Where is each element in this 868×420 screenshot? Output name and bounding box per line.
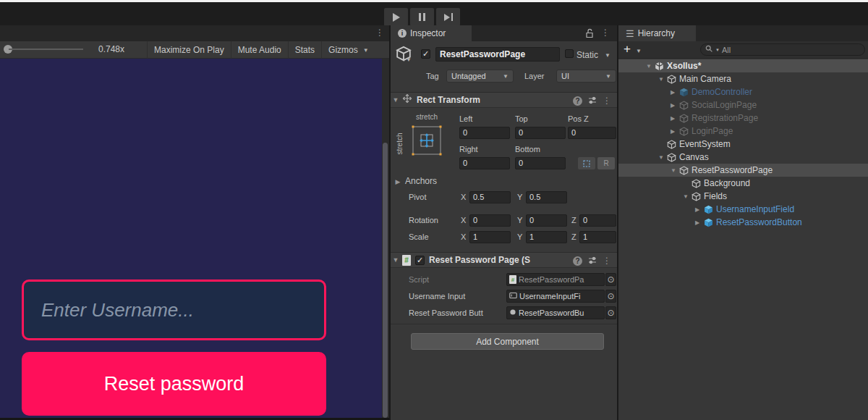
top-field[interactable]: 0: [515, 127, 566, 139]
hierarchy-row-xsollus-[interactable]: ▼ Xsollus*: [618, 59, 868, 72]
game-scrollbar-thumb[interactable]: [383, 143, 388, 418]
foldout-arrow-icon[interactable]: ▶: [695, 219, 704, 226]
foldout-arrow-icon[interactable]: ▼: [658, 154, 667, 161]
foldout-open-icon[interactable]: ▼: [391, 256, 401, 264]
game-viewport: Enter Username... Reset password: [0, 59, 382, 418]
inspector-menu-icon[interactable]: ⋮: [601, 28, 610, 38]
raw-edit-mode-button[interactable]: R: [597, 157, 615, 169]
mute-audio-button[interactable]: Mute Audio: [231, 41, 288, 59]
object-picker-icon[interactable]: ⊙: [605, 306, 616, 319]
script-component-header[interactable]: ▼ # ✓ Reset Password Page (S ? ⋮: [391, 252, 617, 268]
scale-slider-track[interactable]: [9, 49, 83, 50]
rect-transform-header[interactable]: ▼ Rect Transform ? ⋮: [391, 92, 617, 108]
button-icon: [509, 308, 516, 317]
hierarchy-row-fields[interactable]: ▼ Fields: [618, 190, 868, 203]
static-checkbox[interactable]: [565, 49, 574, 58]
scale-y-field[interactable]: 1: [526, 231, 567, 243]
foldout-arrow-icon[interactable]: ▼: [646, 63, 655, 70]
hierarchy-row-democontroller[interactable]: ▶ DemoController: [618, 85, 868, 98]
play-button[interactable]: [384, 8, 408, 26]
pivot-x-field[interactable]: 0.5: [469, 191, 511, 203]
hierarchy-row-resetpasswordbutton[interactable]: ▶ ResetPasswordButton: [618, 216, 868, 229]
game-view-menu-icon[interactable]: ⋮: [375, 28, 384, 38]
foldout-arrow-icon[interactable]: ▼: [658, 76, 667, 83]
add-component-button[interactable]: Add Component: [411, 333, 604, 350]
foldout-closed-icon[interactable]: ▶: [393, 178, 403, 185]
pause-button[interactable]: [410, 8, 434, 26]
gameobject-cube-icon: [704, 205, 713, 214]
anchors-foldout[interactable]: Anchors: [405, 176, 437, 186]
blueprint-mode-button[interactable]: [578, 157, 595, 169]
gizmos-dropdown[interactable]: Gizmos ▼: [321, 41, 375, 59]
pivot-y-field[interactable]: 0.5: [526, 191, 567, 203]
left-field[interactable]: 0: [459, 127, 510, 139]
hierarchy-row-eventsystem[interactable]: EventSystem: [618, 138, 868, 151]
username-input[interactable]: Enter Username...: [22, 280, 326, 340]
gameobject-label: Background: [704, 178, 750, 188]
foldout-arrow-icon[interactable]: ▶: [695, 206, 704, 213]
rotation-y-field[interactable]: 0: [526, 214, 567, 227]
posz-field[interactable]: 0: [568, 127, 616, 139]
gameobject-cube-icon: [667, 140, 676, 149]
foldout-arrow-icon[interactable]: ▶: [671, 128, 679, 135]
gameobject-label: RegistrationPage: [692, 113, 758, 123]
active-checkbox[interactable]: ✓: [421, 49, 430, 59]
right-field[interactable]: 0: [459, 157, 510, 169]
gameobject-icon[interactable]: ▼: [396, 46, 412, 64]
scale-x-field[interactable]: 1: [469, 231, 511, 243]
hierarchy-row-socialloginpage[interactable]: ▶ SocialLoginPage: [618, 98, 868, 112]
hierarchy-row-loginpage[interactable]: ▶ LoginPage: [618, 125, 868, 138]
object-picker-icon[interactable]: ⊙: [605, 273, 616, 286]
username-placeholder: Enter Username...: [41, 299, 194, 322]
rotation-z-field[interactable]: 0: [579, 214, 616, 227]
chevron-down-icon[interactable]: ▼: [636, 48, 642, 54]
reset-password-button[interactable]: Reset password: [22, 352, 326, 416]
scale-z-field[interactable]: 1: [579, 231, 616, 243]
gameobject-name-field[interactable]: ResetPasswordPage: [435, 47, 560, 62]
bottom-field[interactable]: 0: [515, 157, 566, 169]
tag-dropdown[interactable]: Untagged ▼: [446, 70, 514, 83]
script-row-label: Script: [409, 275, 429, 284]
maximize-on-play-button[interactable]: Maximize On Play: [147, 41, 231, 59]
hierarchy-row-usernameinputfield[interactable]: ▶ UsernameInputField: [618, 203, 868, 216]
tab-hierarchy[interactable]: ☰ Hierarchy: [618, 25, 696, 41]
axis-z-label: Z: [571, 216, 576, 224]
object-picker-icon[interactable]: ⊙: [605, 290, 616, 303]
stats-button[interactable]: Stats: [288, 41, 321, 59]
tab-inspector[interactable]: i Inspector: [391, 25, 472, 41]
axis-x-label: X: [461, 193, 466, 201]
foldout-arrow-icon[interactable]: ▼: [671, 167, 679, 174]
presets-icon[interactable]: [588, 254, 597, 267]
anchor-mode-horizontal: stretch: [409, 113, 444, 121]
hierarchy-row-main-camera[interactable]: ▼ Main Camera: [618, 72, 868, 85]
foldout-open-icon[interactable]: ▼: [391, 96, 401, 104]
username-input-object-field[interactable]: UsernameInputFi: [506, 290, 605, 303]
hierarchy-row-registrationpage[interactable]: ▶ RegistrationPage: [618, 112, 868, 125]
foldout-arrow-icon[interactable]: ▼: [683, 193, 692, 200]
create-button[interactable]: +: [624, 42, 631, 56]
component-menu-icon[interactable]: ⋮: [603, 256, 611, 266]
lock-icon[interactable]: [585, 28, 594, 41]
static-dropdown-icon[interactable]: ▼: [605, 52, 610, 59]
presets-icon[interactable]: [588, 94, 597, 107]
hierarchy-row-canvas[interactable]: ▼ Canvas: [618, 151, 868, 164]
reset-button-object-field[interactable]: ResetPasswordBu: [506, 306, 605, 319]
axis-y-label: Y: [517, 216, 522, 224]
hierarchy-row-resetpasswordpage[interactable]: ▼ ResetPasswordPage: [618, 164, 868, 177]
help-icon[interactable]: ?: [573, 96, 582, 106]
hierarchy-row-background[interactable]: Background: [618, 177, 868, 190]
foldout-arrow-icon[interactable]: ▶: [671, 89, 679, 96]
foldout-arrow-icon[interactable]: ▶: [671, 115, 679, 122]
anchor-preset-widget[interactable]: [409, 123, 444, 161]
script-object-field[interactable]: # ResetPasswordPa: [506, 273, 605, 286]
inspector-panel: i Inspector ⋮ ▼ ✓ ResetPasswordPage Stat…: [391, 25, 617, 420]
rotation-x-field[interactable]: 0: [469, 214, 511, 227]
foldout-arrow-icon[interactable]: ▶: [671, 102, 679, 109]
layer-dropdown[interactable]: UI ▼: [556, 70, 616, 83]
help-icon[interactable]: ?: [573, 256, 582, 266]
rect-transform-icon: [402, 93, 412, 106]
step-button[interactable]: [436, 8, 460, 26]
search-input[interactable]: ▼ All: [700, 43, 865, 56]
script-enabled-checkbox[interactable]: ✓: [415, 256, 425, 265]
component-menu-icon[interactable]: ⋮: [603, 96, 611, 106]
